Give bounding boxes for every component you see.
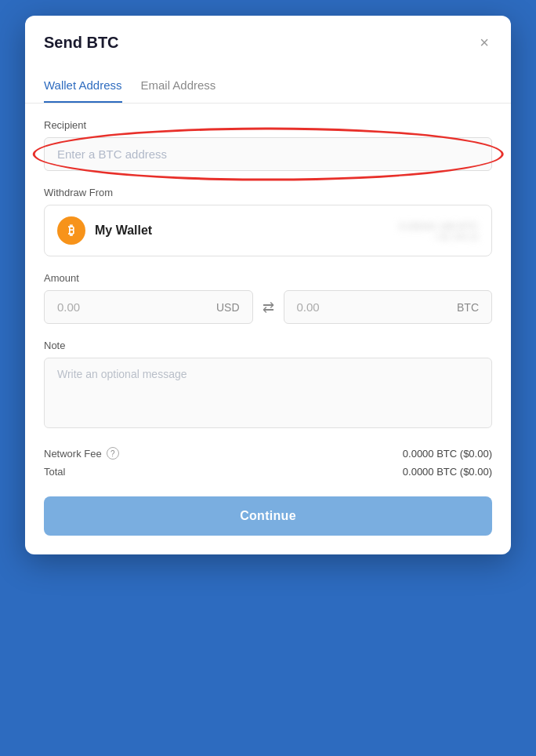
fee-section: Network Fee ? 0.0000 BTC ($0.00) Total 0… [44, 447, 492, 478]
usd-value: 0.00 [57, 300, 80, 314]
modal-header: Send BTC × [25, 16, 511, 53]
note-textarea[interactable] [44, 358, 492, 428]
amount-section: Amount 0.00 USD ⇄ 0.00 BTC [44, 272, 492, 324]
wallet-name: My Wallet [95, 224, 152, 238]
network-fee-label: Network Fee ? [44, 447, 119, 460]
tab-wallet-address[interactable]: Wallet Address [44, 72, 122, 103]
total-value: 0.0000 BTC ($0.00) [403, 466, 492, 478]
usd-currency: USD [216, 301, 240, 314]
recipient-input[interactable] [44, 137, 492, 171]
network-fee-row: Network Fee ? 0.0000 BTC ($0.00) [44, 447, 492, 460]
tabs-container: Wallet Address Email Address [25, 60, 511, 104]
recipient-label: Recipient [44, 119, 492, 131]
btc-value: 0.00 [297, 300, 320, 314]
swap-icon[interactable]: ⇄ [263, 299, 274, 316]
amount-row: 0.00 USD ⇄ 0.00 BTC [44, 290, 492, 324]
note-section: Note [44, 340, 492, 431]
fee-help-icon[interactable]: ? [107, 447, 119, 460]
note-label: Note [44, 340, 492, 351]
btc-amount-box[interactable]: 0.00 BTC [284, 290, 493, 324]
modal-title: Send BTC [44, 34, 119, 52]
withdraw-label: Withdraw From [44, 187, 492, 198]
btc-currency: BTC [457, 301, 479, 314]
network-fee-value: 0.0000 BTC ($0.00) [403, 448, 492, 460]
btc-icon: ₿ [57, 216, 85, 245]
balance-btc: 0.00044 188 BTC [399, 220, 479, 232]
recipient-section: Recipient [44, 119, 492, 171]
modal-overlay: Send BTC × Wallet Address Email Address … [0, 8, 536, 756]
continue-button[interactable]: Continue [44, 496, 492, 536]
tab-email-address[interactable]: Email Address [141, 72, 216, 103]
recipient-input-wrapper [44, 137, 492, 171]
wallet-box[interactable]: ₿ My Wallet 0.00044 188 BTC ≈ $1 244.31 [44, 205, 492, 256]
withdraw-section: Withdraw From ₿ My Wallet 0.00044 188 BT… [44, 187, 492, 256]
wallet-left: ₿ My Wallet [57, 216, 152, 245]
wallet-balance: 0.00044 188 BTC ≈ $1 244.31 [399, 220, 479, 242]
modal-body: Recipient Withdraw From ₿ My Wallet 0.00… [25, 104, 511, 554]
send-btc-modal: Send BTC × Wallet Address Email Address … [25, 16, 511, 554]
total-row: Total 0.0000 BTC ($0.00) [44, 466, 492, 478]
close-button[interactable]: × [476, 31, 492, 53]
usd-amount-box[interactable]: 0.00 USD [44, 290, 253, 324]
amount-label: Amount [44, 272, 492, 284]
total-label: Total [44, 466, 65, 478]
balance-usd: ≈ $1 244.31 [399, 232, 479, 242]
